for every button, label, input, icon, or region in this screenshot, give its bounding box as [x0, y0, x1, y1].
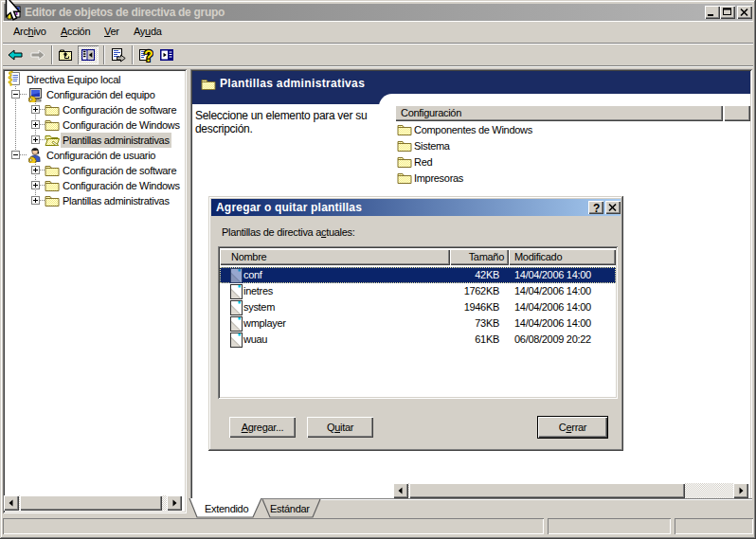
svg-text:?: ?: [144, 48, 153, 63]
svg-text:?: ?: [593, 202, 600, 215]
